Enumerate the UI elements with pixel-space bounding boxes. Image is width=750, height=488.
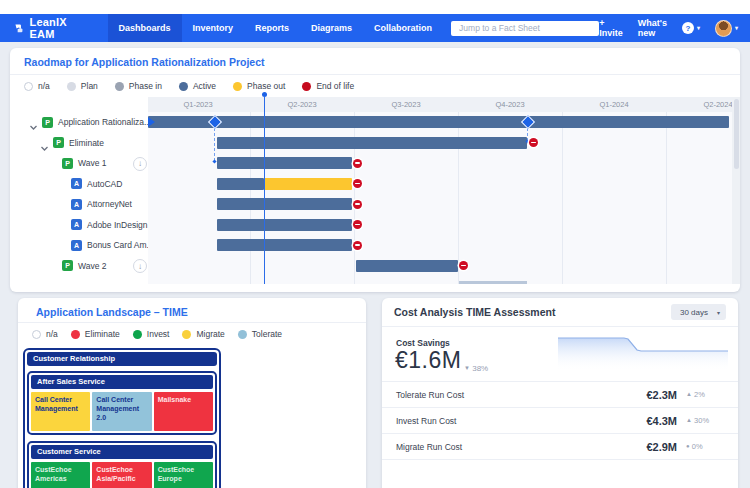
landscape-cell[interactable]: CustEchoe Asia/Pacific bbox=[92, 462, 151, 488]
roadmap-tree-item[interactable]: AAttorneyNet bbox=[10, 194, 148, 215]
factsheet-type-badge: P bbox=[42, 117, 53, 128]
landscape-cell[interactable]: CustEchoe Europe bbox=[154, 462, 213, 488]
cost-analysis-panel: Cost Analysis TIME Assessment 30 days Co… bbox=[382, 298, 738, 488]
invite-button[interactable]: + Invite bbox=[599, 18, 623, 38]
quarter-label: Q2-2024 bbox=[666, 97, 732, 112]
nav-item-diagrams[interactable]: Diagrams bbox=[300, 14, 363, 42]
landscape-legend: n/aEliminateInvestMigrateTolerate bbox=[32, 327, 282, 341]
roadmap-panel: Raodmap for Application Rationalization … bbox=[10, 48, 740, 292]
leanix-logo-icon bbox=[14, 22, 24, 35]
landscape-title[interactable]: Application Landscape – TIME bbox=[36, 306, 188, 318]
landscape-cell[interactable]: Call Center Management bbox=[31, 392, 90, 431]
quarter-label: Q1-2024 bbox=[562, 97, 666, 112]
landscape-cell[interactable]: CustEchoe Americas bbox=[31, 462, 90, 488]
cost-row-label: Tolerate Run Cost bbox=[396, 390, 635, 400]
gantt-bar-active[interactable] bbox=[148, 116, 729, 128]
gantt-bar-active[interactable] bbox=[217, 239, 352, 251]
chevron-down-icon[interactable] bbox=[40, 139, 49, 148]
legend-label: n/a bbox=[46, 329, 58, 339]
browser-top-strip bbox=[0, 0, 750, 14]
legend-dot bbox=[67, 82, 76, 91]
legend-label: End of life bbox=[316, 81, 354, 91]
tree-item-label[interactable]: Bonus Card Am... bbox=[87, 240, 148, 250]
cost-row: Invest Run Cost€4.3M▲ 30% bbox=[382, 408, 738, 434]
landscape-treemap: Customer RelationshipAfter Sales Service… bbox=[23, 348, 221, 488]
roadmap-tree-item[interactable]: PWave 2 bbox=[10, 256, 148, 277]
cost-row-label: Migrate Run Cost bbox=[396, 442, 635, 452]
chevron-down-icon bbox=[735, 25, 738, 31]
landscape-cell-row: Call Center ManagementCall Center Manage… bbox=[31, 392, 213, 431]
roadmap-tree-item[interactable]: AAutoCAD bbox=[10, 174, 148, 195]
gantt-bar-active[interactable] bbox=[217, 198, 352, 210]
tree-item-label[interactable]: AttorneyNet bbox=[87, 199, 132, 209]
landscape-cell[interactable]: Call Center Management 2.0 bbox=[92, 392, 151, 431]
landscape-section-header[interactable]: Customer Service bbox=[31, 445, 213, 459]
whats-new-link[interactable]: What's new bbox=[638, 18, 667, 38]
nav-menu: DashboardsInventoryReportsDiagramsCollab… bbox=[108, 14, 444, 42]
tree-item-label[interactable]: Application Rationaliza... bbox=[58, 117, 148, 127]
landscape-group-header[interactable]: Customer Relationship bbox=[27, 352, 217, 366]
legend-label: Eliminate bbox=[85, 329, 120, 339]
gantt-bar-active[interactable] bbox=[356, 260, 458, 272]
drilldown-icon[interactable] bbox=[133, 259, 147, 273]
legend-label: Phase in bbox=[129, 81, 162, 91]
legend-label: n/a bbox=[38, 81, 50, 91]
factsheet-type-badge: A bbox=[71, 240, 82, 251]
chevron-down-icon[interactable] bbox=[29, 118, 38, 127]
gantt-bar-active[interactable] bbox=[217, 157, 352, 169]
gantt-bar-phaseout[interactable] bbox=[264, 178, 352, 190]
nav-item-dashboards[interactable]: Dashboards bbox=[108, 14, 182, 42]
quarter-label: Q1-2023 bbox=[148, 97, 250, 112]
cost-title: Cost Analysis TIME Assessment bbox=[394, 306, 555, 318]
avatar bbox=[715, 20, 732, 37]
legend-item: n/a bbox=[32, 329, 58, 339]
tree-item-label[interactable]: Wave 2 bbox=[78, 261, 107, 271]
roadmap-tree-item[interactable]: PApplication Rationaliza... bbox=[10, 112, 148, 133]
divider bbox=[10, 74, 740, 75]
tree-item-label[interactable]: Eliminate bbox=[69, 138, 104, 148]
legend-dot bbox=[24, 82, 33, 91]
trend-up-icon: ▲ bbox=[686, 391, 692, 397]
end-of-life-icon bbox=[353, 241, 362, 250]
landscape-cell[interactable]: Mailsnake bbox=[154, 392, 213, 431]
help-menu[interactable] bbox=[682, 22, 700, 34]
end-of-life-icon bbox=[529, 138, 538, 147]
drilldown-icon[interactable] bbox=[133, 157, 147, 171]
gantt-bar-active[interactable] bbox=[217, 178, 264, 190]
legend-dot bbox=[302, 82, 311, 91]
cost-row-delta: ▲ 2% bbox=[686, 390, 724, 399]
roadmap-tree-item[interactable]: PEliminate bbox=[10, 133, 148, 154]
roadmap-tree-item[interactable]: ABonus Card Am... bbox=[10, 235, 148, 256]
legend-item: Phase out bbox=[233, 81, 285, 91]
landscape-section: Customer ServiceCustEchoe AmericasCustEc… bbox=[27, 441, 217, 488]
legend-item: n/a bbox=[24, 81, 50, 91]
tree-item-label[interactable]: AutoCAD bbox=[87, 179, 122, 189]
tree-item-label[interactable]: Adobe InDesign bbox=[87, 220, 148, 230]
gridline bbox=[562, 112, 563, 284]
gantt-bar-active[interactable] bbox=[217, 219, 352, 231]
nav-item-reports[interactable]: Reports bbox=[244, 14, 300, 42]
nav-item-inventory[interactable]: Inventory bbox=[182, 14, 245, 42]
fact-sheet-search-input[interactable] bbox=[451, 21, 599, 36]
legend-dot bbox=[32, 330, 41, 339]
roadmap-title[interactable]: Raodmap for Application Rationalization … bbox=[24, 56, 265, 68]
legend-dot bbox=[115, 82, 124, 91]
legend-dot bbox=[233, 82, 242, 91]
chevron-down-icon bbox=[697, 25, 700, 31]
roadmap-tree-item[interactable]: AAdobe InDesign bbox=[10, 215, 148, 236]
chevron-down-icon bbox=[717, 309, 720, 316]
legend-item: Active bbox=[179, 81, 216, 91]
nav-right-cluster: + Invite What's new bbox=[599, 18, 738, 38]
legend-label: Active bbox=[193, 81, 216, 91]
landscape-section-header[interactable]: After Sales Service bbox=[31, 375, 213, 389]
roadmap-tree-item[interactable]: PWave 1 bbox=[10, 153, 148, 174]
nav-item-collaboration[interactable]: Collaboration bbox=[363, 14, 443, 42]
quarter-label: Q2-2023 bbox=[250, 97, 354, 112]
brand[interactable]: LeanIX EAM bbox=[14, 16, 78, 40]
kpi-value: €1.6M bbox=[395, 347, 461, 374]
user-menu[interactable] bbox=[715, 20, 738, 37]
tree-item-label[interactable]: Wave 1 bbox=[78, 158, 107, 168]
gantt-quarter-header: Q1-2023Q2-2023Q3-2023Q4-2023Q1-2024Q2-20… bbox=[148, 97, 732, 113]
scrollbar-thumb[interactable] bbox=[734, 99, 739, 169]
cost-sparkline bbox=[558, 335, 728, 371]
